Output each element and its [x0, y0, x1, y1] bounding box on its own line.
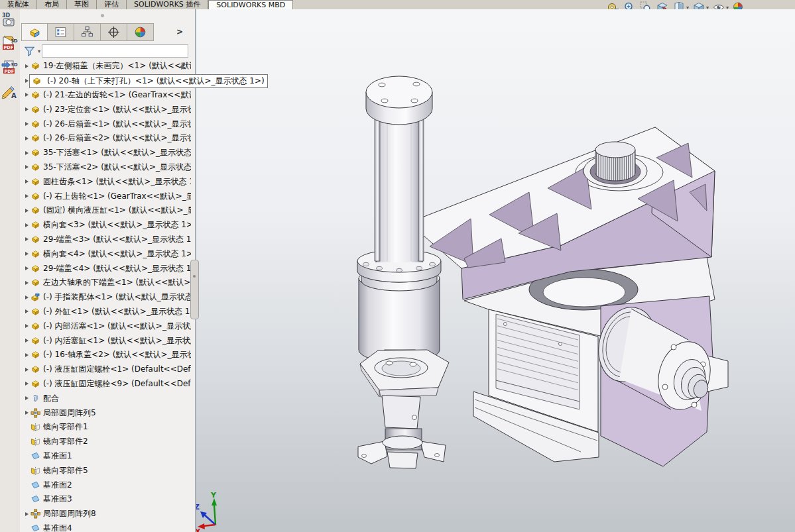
tree-item[interactable]: (-) 液压缸固定螺栓<1> (Default<<Default>_显示状态 1… — [20, 362, 191, 377]
expand-arrow-icon[interactable] — [23, 151, 31, 155]
ribbon-tab-sw-mbd[interactable]: SOLIDWORKS MBD — [208, 0, 293, 10]
part-icon — [31, 235, 40, 244]
expand-arrow-icon[interactable] — [23, 194, 31, 198]
panel-tab-displaymanager[interactable] — [127, 23, 154, 41]
tree-item[interactable]: 29-端盖<4> (默认<<默认>_显示状态 1>) — [20, 261, 191, 276]
expand-arrow-icon[interactable] — [23, 368, 31, 372]
tree-item[interactable]: 局部圆周阵列5 — [20, 405, 191, 420]
tree-item[interactable]: (-) 手指装配体<1> (默认<默认_显示状态 1>) — [20, 290, 191, 305]
panel-tabs-overflow-icon[interactable]: > — [174, 27, 185, 37]
expand-arrow-icon[interactable] — [23, 136, 31, 140]
orientation-triad: Y Z X — [196, 491, 217, 532]
tree-item[interactable]: (-) 20-轴（上下未打孔）<1> (默认<<默认>_显示状态 1>) — [20, 74, 191, 88]
panel-tab-strip — [21, 23, 154, 41]
ribbon-tab-layout[interactable]: 布局 — [37, 0, 67, 9]
tree-item[interactable]: 局部圆周阵列8 — [20, 507, 191, 521]
tree-item[interactable]: 35-下活塞<1> (默认<<默认>_显示状态 1>) — [20, 146, 191, 160]
part-icon — [31, 148, 40, 158]
mates-icon — [31, 394, 40, 403]
expand-arrow-icon[interactable] — [23, 266, 31, 270]
filter-caret-icon[interactable]: ▾ — [38, 48, 40, 54]
tree-item[interactable]: (-) 右上齿轮<1> (GearTrax<<默认>_显示状态 1>) — [20, 189, 191, 203]
expand-arrow-icon[interactable] — [23, 324, 31, 328]
tree-item[interactable]: 配合 — [20, 391, 191, 405]
ribbon-tab-evaluate[interactable]: 评估 — [97, 0, 127, 9]
tree-item-label: (-) 20-轴（上下未打孔）<1> (默认<<默认>_显示状态 1>) — [47, 76, 265, 87]
tree-item[interactable]: (-) 内部活塞<1> (默认<<默认>_显示状态 1>) — [20, 319, 191, 333]
tree-item[interactable]: 基准面1 — [20, 449, 191, 464]
tree-item[interactable]: (-) 26-后箱盖<2> (默认<<默认>_显示状态 1>) — [20, 131, 191, 146]
tree-item[interactable]: 基准面2 — [20, 478, 191, 492]
expand-arrow-icon[interactable] — [23, 252, 31, 256]
expand-arrow-icon[interactable] — [23, 122, 31, 126]
graphics-viewport[interactable]: Y Z X — [196, 9, 795, 532]
tree-item[interactable]: (-) 21-左边的齿轮<1> (GearTrax<<默认>_显示状态 1>) — [20, 88, 191, 103]
panel-tab-configurationmanager[interactable] — [74, 23, 101, 41]
tree-item[interactable]: (-) 液压缸固定螺栓<9> (Default<<Default>_显示状态 1… — [20, 377, 191, 392]
tree-item[interactable]: 横向套<4> (默认<<默认>_显示状态 1>) — [20, 246, 191, 261]
tree-item[interactable]: 镜向零部件1 — [20, 420, 191, 435]
expand-arrow-icon[interactable] — [23, 93, 31, 97]
expand-arrow-icon[interactable] — [23, 223, 31, 227]
vertical-cylinder-part[interactable] — [357, 76, 449, 468]
edit-3d-pdf-icon[interactable] — [1, 35, 19, 55]
tree-item[interactable]: (-) 内活塞缸<1> (默认<<默认>_显示状态 1>) — [20, 333, 191, 348]
expand-arrow-icon[interactable] — [23, 165, 31, 169]
tree-scroll-up-icon[interactable] — [178, 62, 186, 70]
part-icon — [31, 177, 40, 187]
tree-item[interactable]: (-) 23-定位套<1> (默认<<默认>_显示状态 1>) — [20, 102, 191, 117]
tree-item[interactable]: (-) 外缸<1> (默认<<默认>_显示状态 1>) — [20, 305, 191, 319]
filter-input[interactable] — [42, 44, 188, 58]
triad-y-label: Y — [210, 491, 217, 500]
expand-arrow-icon[interactable] — [23, 107, 31, 111]
expand-arrow-icon[interactable] — [23, 396, 31, 400]
3d-view-capture-icon[interactable] — [1, 11, 19, 31]
tree-item-label: (-) 21-左边的齿轮<1> (GearTrax<<默认>_显示状态 1>) — [43, 89, 191, 101]
pattern-icon — [31, 408, 40, 418]
tree-item[interactable]: 镜向零部件5 — [20, 463, 191, 478]
tree-item[interactable]: 镜向零部件2 — [20, 435, 191, 449]
expand-arrow-icon[interactable] — [23, 64, 31, 68]
triad-z-label: Z — [196, 503, 200, 511]
mbd-annotation-icon[interactable] — [1, 83, 19, 103]
panel-divider-handle[interactable] — [190, 260, 199, 319]
publish-3d-pdf-icon[interactable] — [1, 59, 19, 79]
expand-arrow-icon[interactable] — [23, 382, 31, 386]
tree-item[interactable]: 19-左侧箱盖（未画完）<1> (默认<<默认>_显示状态 1>) — [20, 59, 191, 74]
mirror-icon — [31, 466, 40, 476]
tree-item[interactable]: 基准面4 — [20, 521, 191, 532]
tree-item[interactable]: 横向套<3> (默认<<默认>_显示状态 1>) — [20, 218, 191, 233]
tree-item[interactable]: (固定) 横向液压缸<1> (默认<<默认>_显示状态 1>) — [20, 203, 191, 218]
propertymanager-icon — [54, 26, 67, 38]
tree-item[interactable]: 29-端盖<3> (默认<<默认>_显示状态 1>) — [20, 233, 191, 247]
three-prong-gripper[interactable] — [358, 436, 446, 468]
tree-item-label: (-) 26-后箱盖<2> (默认<<默认>_显示状态 1>) — [43, 133, 191, 144]
expand-arrow-icon[interactable] — [23, 353, 31, 357]
ribbon-tab-assembly[interactable]: 装配体 — [0, 0, 37, 9]
tree-item[interactable]: 基准面3 — [20, 492, 191, 507]
part-icon — [31, 191, 40, 201]
part-icon — [31, 119, 40, 129]
expand-arrow-icon[interactable] — [23, 512, 31, 516]
tree-item[interactable]: 圆柱齿条<1> (默认<<默认>_显示状态 1>) — [20, 174, 191, 189]
expand-arrow-icon[interactable] — [23, 209, 31, 213]
filter-funnel-icon[interactable] — [23, 45, 36, 58]
expand-arrow-icon[interactable] — [23, 295, 31, 299]
ribbon-tab-sw-addins[interactable]: SOLIDWORKS 插件 — [127, 0, 208, 9]
tree-item[interactable]: 35-下活塞<2> (默认<<默认>_显示状态 1>) — [20, 160, 191, 175]
expand-arrow-icon[interactable] — [23, 237, 31, 241]
tree-item[interactable]: 左边大轴承的下端盖<1> (默认<<默认>_显示状态 1>) — [20, 276, 191, 290]
tree-item-label: 镜向零部件2 — [43, 436, 191, 447]
expand-arrow-icon[interactable] — [23, 411, 31, 415]
panel-tab-dimxpertmanager[interactable] — [101, 23, 127, 41]
panel-tab-featuremanager[interactable] — [21, 23, 48, 41]
expand-arrow-icon[interactable] — [23, 180, 31, 184]
panel-tab-propertymanager[interactable] — [48, 23, 74, 41]
expand-arrow-icon[interactable] — [23, 339, 31, 343]
tree-item[interactable]: (-) 26-后箱盖<1> (默认<<默认>_显示状态 1>) — [20, 117, 191, 131]
tree-item[interactable]: (-) 16-轴承盖<2> (默认<<默认>_显示状态 1>) — [20, 348, 191, 362]
expand-arrow-icon[interactable] — [23, 309, 31, 313]
3d-model-view[interactable]: Y Z X — [196, 9, 795, 532]
ribbon-tab-sketch[interactable]: 草图 — [67, 0, 97, 9]
expand-arrow-icon[interactable] — [23, 281, 31, 285]
